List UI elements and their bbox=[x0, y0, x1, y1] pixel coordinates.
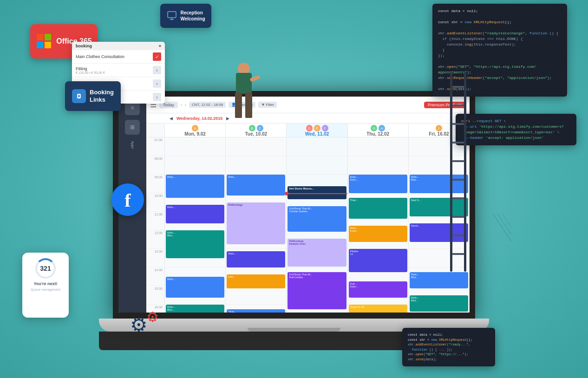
character-bottom-male bbox=[0, 128, 395, 179]
code3-line2: const xhr = new XMLHttpRequest(); bbox=[408, 338, 472, 342]
large-gear-icon: ⚙ bbox=[130, 313, 148, 336]
code3-line6: xhr.send(data); bbox=[408, 358, 437, 361]
time-1500: 15:00 bbox=[146, 286, 164, 305]
facebook-icon: f bbox=[124, 189, 131, 210]
time-1300: 13:00 bbox=[146, 249, 164, 267]
code1-line1: const data = null; bbox=[438, 9, 478, 13]
phone-sub-text: Queue management bbox=[31, 288, 60, 291]
booking-item-3-arrow[interactable]: › bbox=[153, 79, 161, 88]
phone-widget: 321 You're next! Queue management bbox=[22, 253, 69, 318]
event-wed-3[interactable]: Full-Body Thai M...Rudi-Carlotta bbox=[287, 272, 346, 309]
event-mon-2[interactable]: Refu... bbox=[166, 205, 224, 223]
reception-line1: Reception bbox=[180, 10, 205, 16]
reception-text: Reception Welcoming bbox=[180, 10, 205, 22]
event-fri-5[interactable]: Refu...Blot... bbox=[410, 295, 468, 312]
now-line bbox=[287, 193, 347, 194]
ladder-rung-8 bbox=[452, 216, 464, 218]
char-center-torso bbox=[236, 73, 252, 94]
slot-tue-9 bbox=[226, 286, 286, 305]
svg-rect-0 bbox=[37, 34, 43, 40]
booking-item-fitting[interactable]: Fitting € 120,00 • € 50,00 € › bbox=[72, 64, 165, 77]
event-tue-3[interactable]: Refu... bbox=[227, 251, 285, 267]
char-center-pants-right bbox=[245, 92, 252, 118]
small-gear-icon: ⚙ bbox=[146, 309, 159, 325]
time-1100: 11:00 bbox=[146, 212, 164, 230]
booking-item-2-arrow[interactable]: › bbox=[153, 66, 161, 74]
code3-line4: function () { ... }); bbox=[408, 348, 453, 352]
event-fri-4[interactable]: Refu...Blot... bbox=[410, 272, 468, 288]
event-mon-5[interactable]: Refu...Blot... bbox=[166, 305, 224, 313]
char-center-pants-left bbox=[235, 92, 242, 118]
booking-popup-close-icon[interactable]: × bbox=[159, 44, 161, 48]
character-center-male bbox=[228, 63, 588, 123]
office-logo-icon bbox=[37, 34, 52, 49]
event-wed-1[interactable]: Full-Body Thai M...Christian Sanders bbox=[287, 206, 346, 232]
code1-line9: }); bbox=[438, 53, 444, 58]
facebook-badge[interactable]: f bbox=[111, 183, 144, 216]
deco-lines-svg bbox=[493, 214, 511, 241]
phone-message: You're next! bbox=[34, 281, 58, 286]
decorative-lines bbox=[493, 214, 511, 243]
event-mon-4[interactable]: Refu... bbox=[166, 277, 224, 298]
booking-popup-header: booking × bbox=[72, 42, 165, 50]
event-tue-2[interactable]: Reflexology bbox=[227, 202, 285, 244]
booking-item-consultation[interactable]: Main Clothes Consultation ✓ bbox=[72, 50, 165, 64]
gear-group: ⚙ ⚙ bbox=[130, 313, 148, 336]
booking-item-1-label: Main Clothes Consultation bbox=[76, 54, 124, 59]
event-mon-3[interactable]: Refu...Blot... bbox=[166, 230, 224, 258]
svg-rect-4 bbox=[168, 12, 176, 18]
code3-line5: xhr.open("GET", "https://..."); bbox=[408, 352, 468, 356]
code1-line5: xhr.addEventListener("readystatechange",… bbox=[438, 31, 558, 35]
event-tue-4[interactable]: Kati... bbox=[227, 274, 285, 288]
event-thu-pilates[interactable]: Pilates11 bbox=[349, 249, 407, 272]
event-wed-2[interactable]: ReflexologyElisabeth Jones bbox=[287, 239, 346, 267]
reception-badge[interactable]: Reception Welcoming bbox=[160, 4, 211, 28]
ladder-rung-5 bbox=[452, 160, 464, 162]
time-1400: 14:00 bbox=[146, 267, 164, 286]
event-thu-2[interactable]: That... bbox=[349, 198, 407, 219]
character-center-body bbox=[228, 63, 260, 123]
phone-queue-number: 321 bbox=[35, 258, 56, 279]
ladder-rung-7 bbox=[452, 197, 464, 199]
reception-icon bbox=[166, 10, 177, 21]
ladder-rung-10 bbox=[452, 253, 464, 255]
event-tue-5[interactable]: That... bbox=[227, 309, 285, 313]
event-wed-message[interactable]: Hot Stone Massa... bbox=[287, 186, 346, 199]
code1-line6: if (this.readyState === this.DONE) { bbox=[438, 37, 523, 41]
time-1200: 12:00 bbox=[146, 230, 164, 249]
code1-line8: } bbox=[438, 48, 444, 52]
code1-line3: const xhr = new XMLHttpRequest(); bbox=[438, 20, 511, 24]
booking-item-check[interactable]: ✓ bbox=[153, 52, 161, 61]
svg-rect-2 bbox=[37, 42, 43, 48]
event-thu-4[interactable]: Full...Dam... bbox=[349, 281, 407, 298]
time-1000: 10:00 bbox=[146, 193, 164, 212]
booking-item-2-sub: € 120,00 • € 50,00 € bbox=[76, 71, 105, 74]
svg-line-7 bbox=[493, 214, 511, 241]
booking-popup-title: booking bbox=[76, 44, 92, 48]
ladder-rung-9 bbox=[452, 235, 464, 236]
booking-item-2-label: Fitting bbox=[76, 66, 105, 71]
code1-line7: console.log(this.responseText); bbox=[438, 42, 516, 46]
svg-rect-1 bbox=[45, 34, 51, 40]
office-365-logo bbox=[36, 33, 52, 50]
code3-line1: const data = null; bbox=[408, 333, 443, 337]
svg-line-9 bbox=[502, 214, 511, 228]
code3-line3: xhr.addEventListener("ready...", bbox=[408, 343, 470, 346]
monitor-icon bbox=[167, 11, 176, 20]
event-thu-5[interactable]: Yoga for all... bbox=[349, 305, 407, 313]
ladder-rung-6 bbox=[452, 179, 464, 181]
code-block-3: const data = null; const xhr = new XMLHt… bbox=[402, 328, 495, 366]
svg-rect-3 bbox=[45, 42, 51, 48]
reception-line2: Welcoming bbox=[180, 16, 205, 22]
event-thu-3[interactable]: Refu...Koch... bbox=[349, 226, 407, 242]
